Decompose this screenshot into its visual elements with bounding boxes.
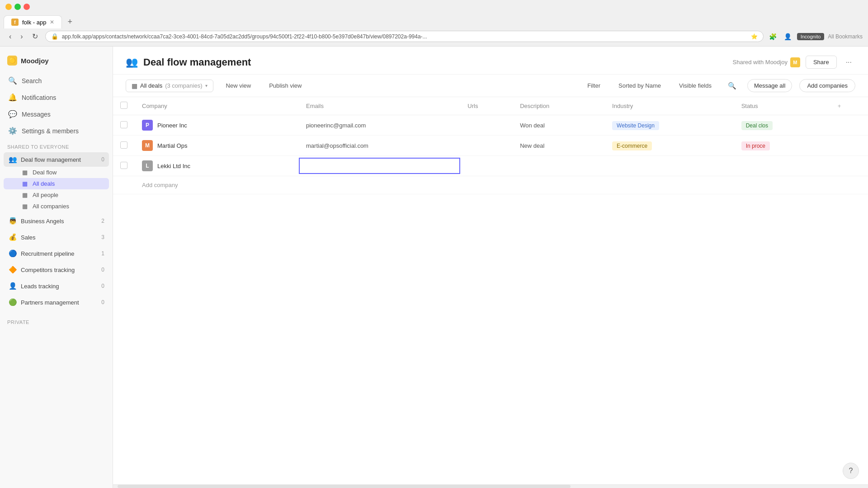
- message-all-btn[interactable]: Message all: [747, 79, 792, 92]
- status-badge: In proce: [741, 141, 770, 150]
- table-container: Company Emails Urls Description Industry…: [113, 97, 868, 484]
- bookmarks-label: All Bookmarks: [828, 33, 863, 40]
- add-company-row[interactable]: Add company: [113, 176, 868, 194]
- description-cell: Won deal: [513, 115, 605, 136]
- new-tab-button[interactable]: +: [64, 15, 76, 28]
- email-cell: pioneerinc@gmail.com: [299, 115, 460, 136]
- company-name[interactable]: Martial Ops: [157, 142, 187, 149]
- filter-btn[interactable]: Filter: [582, 80, 606, 91]
- company-avatar: L: [142, 160, 153, 171]
- group-recruitment-count: 1: [101, 250, 104, 257]
- sidebar-group-item-recruitment[interactable]: 🔵 Recruitment pipeline 1: [4, 246, 109, 261]
- window-controls[interactable]: [5, 4, 30, 10]
- company-name[interactable]: Pioneer Inc: [157, 122, 187, 129]
- group-leads-label: Leads tracking: [21, 283, 98, 290]
- group-competitors-count: 0: [101, 267, 104, 273]
- sidebar-sub-all-deals[interactable]: ▦ All deals: [4, 178, 109, 189]
- url-bar[interactable]: 🔒 app.folk.app/apps/contacts/network/cca…: [45, 31, 764, 42]
- select-all-checkbox[interactable]: [120, 102, 127, 109]
- table-header-row: Company Emails Urls Description Industry…: [113, 97, 868, 115]
- col-status: Status: [734, 97, 830, 115]
- new-view-btn[interactable]: New view: [221, 80, 257, 91]
- visible-fields-btn[interactable]: Visible fields: [674, 80, 717, 91]
- view-selector[interactable]: ▦ All deals (3 companies) ▾: [126, 80, 213, 92]
- group-business-angels-label: Business Angels: [21, 218, 98, 225]
- sidebar-group-item-business-angels[interactable]: 👼 Business Angels 2: [4, 214, 109, 228]
- forward-btn[interactable]: ›: [17, 30, 26, 42]
- col-add[interactable]: +: [830, 97, 868, 115]
- tab-title: folk - app: [22, 19, 46, 26]
- sidebar-item-search-label: Search: [22, 77, 42, 84]
- group-competitors-label: Competitors tracking: [21, 267, 98, 273]
- brand-icon: 🟡: [7, 56, 17, 66]
- row-checkbox-cell: [113, 115, 135, 136]
- private-section-label: Private: [0, 314, 113, 327]
- company-name-area: M Martial Ops: [142, 140, 292, 151]
- company-name[interactable]: Lekki Ltd Inc: [157, 163, 190, 169]
- sidebar-sub-deal-flow[interactable]: ▦ Deal flow: [4, 167, 109, 178]
- brand-name: Moodjoy: [21, 57, 49, 65]
- people-icon: 👥: [8, 155, 17, 164]
- group-sales-label: Sales: [21, 234, 98, 241]
- sidebar-sub-all-people[interactable]: ▦ All people: [4, 189, 109, 201]
- view-label: All deals: [140, 82, 162, 89]
- tab-close-btn[interactable]: ✕: [50, 19, 54, 25]
- sidebar-sub-deal-flow-label: Deal flow: [33, 169, 57, 176]
- sidebar-group-item-sales[interactable]: 💰 Sales 3: [4, 230, 109, 244]
- sidebar-sub-all-companies[interactable]: ▦ All companies: [4, 201, 109, 212]
- sidebar-item-messages[interactable]: 💬 Messages: [4, 106, 109, 122]
- toolbar: ▦ All deals (3 companies) ▾ New view Pub…: [113, 75, 868, 97]
- competitors-icon: 🔶: [8, 266, 17, 274]
- group-competitors: 🔶 Competitors tracking 0: [0, 263, 113, 277]
- sidebar-group-item-competitors[interactable]: 🔶 Competitors tracking 0: [4, 263, 109, 277]
- group-leads-count: 0: [101, 283, 104, 289]
- company-avatar: M: [142, 140, 153, 151]
- description-value: Won deal: [520, 122, 545, 129]
- bottom-scrollbar[interactable]: [113, 484, 868, 488]
- row-checkbox[interactable]: [120, 162, 127, 169]
- grid-icon-4: ▦: [21, 203, 29, 210]
- close-btn[interactable]: [24, 4, 30, 10]
- active-tab[interactable]: f folk - app ✕: [4, 15, 62, 28]
- email-input-focused[interactable]: [299, 158, 460, 174]
- table-search-btn[interactable]: 🔍: [724, 80, 740, 92]
- maximize-btn[interactable]: [14, 4, 21, 10]
- tab-bar: f folk - app ✕ +: [0, 14, 868, 28]
- company-name-area: P Pioneer Inc: [142, 120, 292, 131]
- minimize-btn[interactable]: [5, 4, 12, 10]
- share-button[interactable]: Share: [806, 56, 837, 69]
- status-cell: Deal clos: [734, 115, 830, 136]
- sidebar-group-item-partners[interactable]: 🟢 Partners management 0: [4, 295, 109, 310]
- sidebar-item-settings[interactable]: ⚙️ Settings & members: [4, 123, 109, 139]
- publish-view-btn[interactable]: Publish view: [264, 80, 307, 91]
- col-urls: Urls: [460, 97, 513, 115]
- reload-btn[interactable]: ↻: [28, 30, 42, 42]
- row-checkbox[interactable]: [120, 121, 127, 128]
- sidebar-group-item-leads[interactable]: 👤 Leads tracking 0: [4, 279, 109, 293]
- sidebar-nav: 🔍 Search 🔔 Notifications 💬 Messages ⚙️ S…: [0, 73, 113, 139]
- email-value: martial@opsofficial.com: [306, 142, 368, 149]
- help-button[interactable]: ?: [843, 463, 859, 479]
- search-icon: 🔍: [8, 76, 17, 85]
- sidebar-sub-all-deals-label: All deals: [33, 180, 55, 187]
- sidebar-group-item-deal-flow-management[interactable]: 👥 Deal flow management 0: [4, 152, 109, 167]
- sidebar-item-messages-label: Messages: [22, 111, 51, 118]
- recruitment-icon: 🔵: [8, 249, 17, 258]
- view-grid-icon: ▦: [132, 82, 137, 89]
- row-checkbox[interactable]: [120, 141, 127, 149]
- sidebar-item-notifications[interactable]: 🔔 Notifications: [4, 89, 109, 105]
- profile-btn[interactable]: 👤: [782, 31, 793, 42]
- sidebar-item-search[interactable]: 🔍 Search: [4, 73, 109, 89]
- row-more-btn[interactable]: ···: [195, 161, 206, 170]
- add-company-label[interactable]: Add company: [135, 176, 868, 194]
- row-extra-cell: [830, 115, 868, 136]
- email-cell-focused[interactable]: [299, 156, 460, 176]
- status-cell: In proce: [734, 136, 830, 156]
- more-options-btn[interactable]: ···: [842, 56, 855, 68]
- extensions-btn[interactable]: 🧩: [767, 31, 778, 42]
- sorted-by-btn[interactable]: Sorted by Name: [613, 80, 666, 91]
- col-description: Description: [513, 97, 605, 115]
- company-cell: L Lekki Ltd Inc ···: [135, 156, 299, 176]
- back-btn[interactable]: ‹: [5, 30, 15, 42]
- add-companies-btn[interactable]: Add companies: [799, 79, 855, 92]
